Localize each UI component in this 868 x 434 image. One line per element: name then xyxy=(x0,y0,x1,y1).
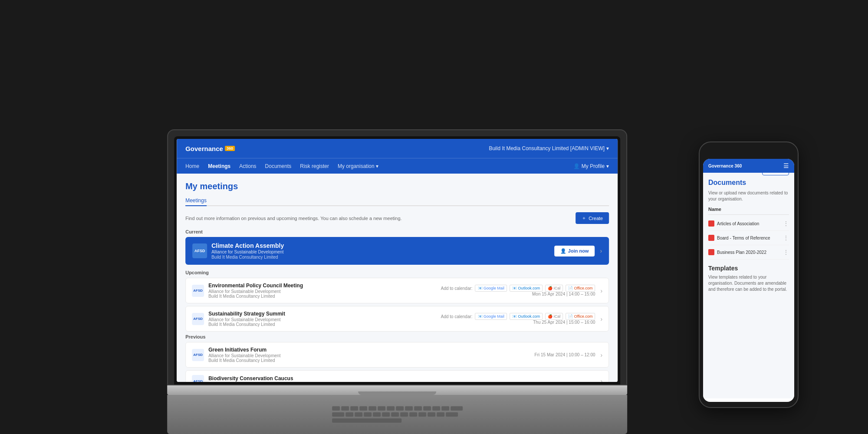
add-to-cal-label: Add to calendar: xyxy=(441,286,473,291)
outlook-cal-2[interactable]: 📧 Outlook.com xyxy=(510,313,542,320)
doc-icon-3 xyxy=(708,249,714,255)
previous-meeting-1[interactable]: AFSD Green Initiatives Forum Alliance fo… xyxy=(185,342,609,368)
previous-1-company: Build It Media Consultancy Limited xyxy=(208,358,280,363)
ical-cal-2[interactable]: 🍎 iCal xyxy=(545,313,563,320)
phone: Governance 360 ☰ Documents ⬆ Upload View… xyxy=(699,141,799,408)
google-cal-2[interactable]: 📧 Google Mail xyxy=(475,313,507,320)
page-title: My meetings xyxy=(185,181,609,191)
tab-meetings[interactable]: Meetings xyxy=(185,196,207,206)
laptop: Governance 360 Build It Media Consultanc… xyxy=(167,129,627,434)
nav-profile[interactable]: 👤 My Profile ▾ xyxy=(573,163,609,169)
key xyxy=(418,412,426,417)
app-logo: Governance 360 xyxy=(185,145,235,152)
office-cal-2[interactable]: 📄 Office.com xyxy=(566,313,595,320)
previous-1-date: Fri 15 Mar 2024 | 10:00 – 12:00 xyxy=(535,352,595,357)
upcoming-2-right: Add to calendar: 📧 Google Mail 📧 Outlook… xyxy=(441,313,602,325)
upcoming-1-date: Mon 15 Apr 2024 | 14:00 – 15:00 xyxy=(441,292,595,296)
doc-item-2[interactable]: Board - Terms of Reference ⋮ xyxy=(708,231,789,245)
doc-item-3[interactable]: Business Plan 2020-2022 ⋮ xyxy=(708,245,789,260)
phone-title-row: Documents ⬆ Upload xyxy=(708,179,789,190)
previous-1-right: Fri 15 Mar 2024 | 10:00 – 12:00 › xyxy=(535,352,603,358)
doc-2-left: Board - Terms of Reference xyxy=(708,235,770,241)
current-meeting-left: AFSD Climate Action Assembly Alliance fo… xyxy=(192,242,284,260)
previous-2-badge: AFSD xyxy=(192,375,204,382)
current-meeting-title: Climate Action Assembly xyxy=(211,242,284,249)
nav-risk-register[interactable]: Risk register xyxy=(300,161,329,171)
key xyxy=(409,412,417,417)
key xyxy=(400,412,408,417)
nav-documents[interactable]: Documents xyxy=(265,161,292,171)
calendar-row-1: Add to calendar: 📧 Google Mail 📧 Outlook… xyxy=(441,285,595,292)
upcoming-meeting-1[interactable]: AFSD Environmental Policy Council Meetin… xyxy=(185,278,609,303)
laptop-keyboard xyxy=(167,395,627,434)
nav-meetings[interactable]: Meetings xyxy=(208,161,230,171)
upcoming-2-info: Sustainability Strategy Summit Alliance … xyxy=(208,311,285,327)
google-cal-1[interactable]: 📧 Google Mail xyxy=(475,285,507,292)
previous-meeting-2[interactable]: AFSD Biodiversity Conservation Caucus Al… xyxy=(185,370,609,382)
upcoming-1-title: Environmental Policy Council Meeting xyxy=(208,283,303,289)
key xyxy=(364,412,372,417)
upcoming-2-date: Thu 25 Apr 2024 | 15:00 – 16:00 xyxy=(441,320,595,325)
doc-item-1[interactable]: Articles of Association ⋮ xyxy=(708,217,789,231)
current-meeting-info: Climate Action Assembly Alliance for Sus… xyxy=(211,242,284,260)
upcoming-2-chevron-icon: › xyxy=(601,316,603,322)
hamburger-icon[interactable]: ☰ xyxy=(783,162,789,169)
phone-screen: Governance 360 ☰ Documents ⬆ Upload View… xyxy=(703,159,794,402)
info-bar: Find out more information on previous an… xyxy=(185,212,609,224)
upcoming-2-badge: AFSD xyxy=(192,313,204,325)
ical-cal-1[interactable]: 🍎 iCal xyxy=(545,285,563,292)
app-header: Governance 360 Build It Media Consultanc… xyxy=(177,139,618,158)
office-cal-1[interactable]: 📄 Office.com xyxy=(566,285,595,292)
key xyxy=(332,406,340,411)
org-label: Build It Media Consultancy Limited [ADMI… xyxy=(489,145,609,151)
current-meeting-badge: AFSD xyxy=(192,243,207,258)
phone-body: Governance 360 ☰ Documents ⬆ Upload View… xyxy=(699,141,799,408)
join-button[interactable]: 👤 Join now xyxy=(554,246,595,256)
nav-my-organisation[interactable]: My organisation ▾ xyxy=(338,161,378,171)
current-chevron-icon: › xyxy=(600,247,602,254)
key xyxy=(423,406,431,411)
doc-name-3: Business Plan 2020-2022 xyxy=(717,250,766,255)
previous-2-right: › xyxy=(601,378,603,382)
org-name: Build It Media Consultancy Limited [ADMI… xyxy=(489,145,605,151)
key xyxy=(345,412,353,417)
key xyxy=(450,406,463,411)
key xyxy=(341,406,349,411)
calendar-row-2: Add to calendar: 📧 Google Mail 📧 Outlook… xyxy=(441,313,595,320)
upcoming-1-company: Build It Media Consultancy Limited xyxy=(208,294,303,299)
app-content: My meetings Meetings Find out more infor… xyxy=(177,174,618,382)
upcoming-2-left: AFSD Sustainability Strategy Summit Alli… xyxy=(192,311,285,327)
current-meeting-company: Build It Media Consultancy Limited xyxy=(211,255,284,260)
upcoming-1-info: Environmental Policy Council Meeting All… xyxy=(208,283,303,299)
upcoming-1-org: Alliance for Sustainable Development xyxy=(208,289,303,294)
spacebar xyxy=(332,418,401,423)
doc-icon-2 xyxy=(708,235,714,241)
key xyxy=(441,406,449,411)
create-button[interactable]: ＋ Create xyxy=(575,212,609,224)
nav-home[interactable]: Home xyxy=(185,161,199,171)
nav-actions[interactable]: Actions xyxy=(239,161,256,171)
key xyxy=(355,412,362,417)
laptop-screen: Governance 360 Build It Media Consultanc… xyxy=(177,139,618,382)
doc-more-2[interactable]: ⋮ xyxy=(783,234,789,241)
outlook-cal-1[interactable]: 📧 Outlook.com xyxy=(510,285,542,292)
doc-more-3[interactable]: ⋮ xyxy=(783,249,789,256)
phone-content: Documents ⬆ Upload View or upload new do… xyxy=(703,173,794,398)
upcoming-2-title: Sustainability Strategy Summit xyxy=(208,311,285,317)
info-text: Find out more information on previous an… xyxy=(185,216,401,221)
upcoming-2-org: Alliance for Sustainable Development xyxy=(208,317,285,322)
key xyxy=(446,412,458,417)
key xyxy=(350,406,358,411)
upload-button[interactable]: ⬆ Upload xyxy=(762,173,789,175)
key xyxy=(373,412,381,417)
profile-chevron: ▾ xyxy=(606,163,609,169)
doc-more-1[interactable]: ⋮ xyxy=(783,220,789,227)
key xyxy=(427,412,435,417)
templates-desc: View templates related to your organisat… xyxy=(708,274,789,293)
previous-1-badge: AFSD xyxy=(192,349,204,361)
previous-1-title: Green Initiatives Forum xyxy=(208,347,280,353)
current-meeting-card[interactable]: AFSD Climate Action Assembly Alliance fo… xyxy=(185,237,609,265)
previous-1-chevron-icon: › xyxy=(601,352,603,358)
upcoming-meeting-2[interactable]: AFSD Sustainability Strategy Summit Alli… xyxy=(185,306,609,332)
doc-1-left: Articles of Association xyxy=(708,220,759,227)
